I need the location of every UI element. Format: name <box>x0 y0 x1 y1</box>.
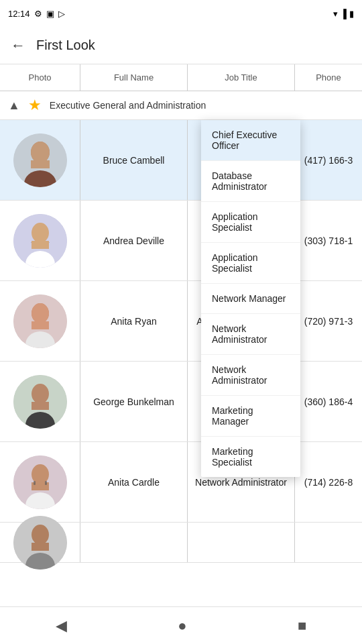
nav-recent-button[interactable]: ■ <box>298 617 306 635</box>
row-name: George Bunkelman <box>80 362 188 441</box>
row-photo <box>0 523 80 562</box>
nav-bar: ◀ ● ■ <box>0 606 362 644</box>
col-header-title: Job Title <box>188 64 295 91</box>
svg-rect-27 <box>32 543 49 551</box>
avatar <box>13 214 67 268</box>
svg-point-25 <box>32 525 49 545</box>
avatar <box>13 455 67 509</box>
row-name: Anita Cardle <box>80 442 188 522</box>
battery-icon: ▮ <box>349 9 354 19</box>
avatar <box>13 133 67 187</box>
sim-icon: ▣ <box>46 9 54 19</box>
nav-home-button[interactable]: ● <box>178 617 186 635</box>
row-phone <box>295 523 362 562</box>
row-name <box>80 523 188 562</box>
signal-icon: ▐ <box>341 9 347 19</box>
col-header-phone: Phone <box>295 64 362 91</box>
row-photo <box>0 201 80 280</box>
table-row[interactable]: George Bunkelman Network Manager (360) 1… <box>0 362 362 442</box>
dropdown-item[interactable]: Database Administrator <box>201 161 300 202</box>
group-header: ▲ ★ Executive General and Administration <box>0 91 362 120</box>
svg-rect-23 <box>45 481 47 485</box>
row-name: Anita Ryan <box>80 281 188 361</box>
dropdown-item[interactable]: Network Administrator <box>201 314 300 355</box>
table-header: Photo Full Name Job Title Phone <box>0 64 362 91</box>
row-photo <box>0 362 80 441</box>
table-row[interactable]: Bruce Cambell Executive Officer (417) 16… <box>0 120 362 201</box>
svg-rect-22 <box>34 481 36 485</box>
table-row[interactable] <box>0 523 362 563</box>
row-photo <box>0 281 80 361</box>
row-phone: (720) 971-3 <box>295 281 362 361</box>
dropdown-menu: Chief Executive Officer Database Adminis… <box>201 120 300 477</box>
dropdown-item[interactable]: Network Manager <box>201 284 300 314</box>
row-phone: (714) 226-8 <box>295 442 362 522</box>
row-name: Bruce Cambell <box>80 120 188 200</box>
dropdown-item[interactable]: Network Administrator <box>201 355 300 396</box>
status-time: 12:14 <box>8 9 30 19</box>
row-photo <box>0 120 80 200</box>
avatar <box>13 516 67 570</box>
back-button[interactable]: ← <box>11 37 25 54</box>
status-bar: 12:14 ⚙ ▣ ▷ ▾ ▐ ▮ <box>0 0 362 27</box>
nav-back-button[interactable]: ◀ <box>56 617 67 635</box>
row-name: Andrea Deville <box>80 201 188 280</box>
svg-point-15 <box>32 384 49 404</box>
group-label: Executive General and Administration <box>50 100 206 111</box>
row-title <box>188 523 295 562</box>
row-phone: (303) 718-1 <box>295 201 362 280</box>
top-bar: ← First Look <box>0 27 362 64</box>
wifi-icon: ▾ <box>333 9 338 19</box>
star-icon[interactable]: ★ <box>28 97 42 114</box>
avatar <box>13 294 67 348</box>
play-icon: ▷ <box>58 9 65 19</box>
svg-rect-13 <box>32 321 49 329</box>
dropdown-item[interactable]: Marketing Specialist <box>201 437 300 477</box>
svg-rect-17 <box>32 402 49 410</box>
page-title: First Look <box>36 38 95 53</box>
svg-point-12 <box>32 303 49 323</box>
row-phone: (360) 186-4 <box>295 362 362 441</box>
avatar <box>13 375 67 429</box>
dropdown-item[interactable]: Application Specialist <box>201 202 300 243</box>
collapse-icon[interactable]: ▲ <box>8 99 20 113</box>
svg-point-3 <box>31 142 50 163</box>
dropdown-item[interactable]: Chief Executive Officer <box>201 120 300 161</box>
table-row[interactable]: Andrea Deville Database Administrator (3… <box>0 201 362 281</box>
settings-icon: ⚙ <box>34 9 42 19</box>
col-header-photo: Photo <box>0 64 80 91</box>
table-row[interactable]: Anita Cardle Network Administrator (714)… <box>0 442 362 523</box>
col-header-name: Full Name <box>80 64 188 91</box>
svg-rect-8 <box>32 241 49 249</box>
dropdown-item[interactable]: Marketing Manager <box>201 396 300 437</box>
table-row[interactable]: Anita Ryan Application Specialist (720) … <box>0 281 362 362</box>
svg-point-6 <box>32 223 49 243</box>
row-photo <box>0 442 80 522</box>
row-phone: (417) 166-3 <box>295 120 362 200</box>
table-body: Bruce Cambell Executive Officer (417) 16… <box>0 120 362 563</box>
svg-rect-4 <box>31 160 50 168</box>
dropdown-item[interactable]: Application Specialist <box>201 243 300 284</box>
